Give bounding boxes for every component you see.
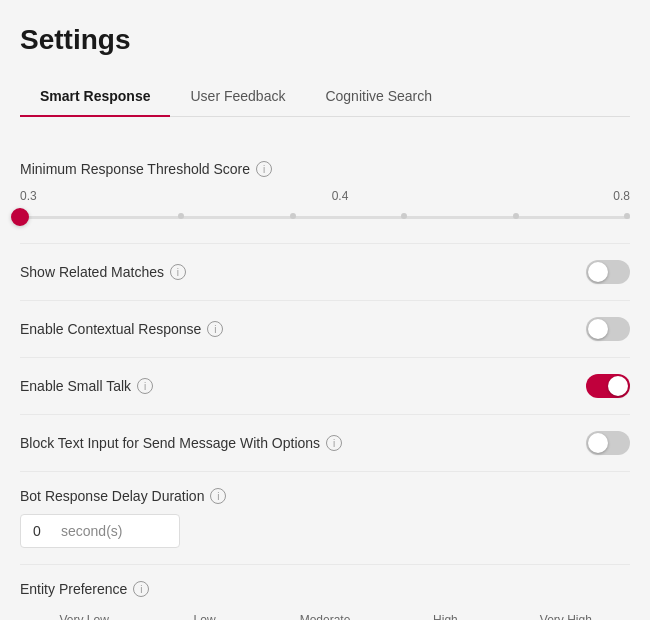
block-text-info-icon[interactable]: i — [326, 435, 342, 451]
block-text-input-label: Block Text Input for Send Message With O… — [20, 435, 342, 451]
threshold-label: Minimum Response Threshold Score i — [20, 161, 630, 177]
bot-delay-input-wrapper[interactable]: 0 second(s) — [20, 514, 180, 548]
enable-contextual-response-label: Enable Contextual Response i — [20, 321, 223, 337]
toggle-thumb — [608, 376, 628, 396]
contextual-response-info-icon[interactable]: i — [207, 321, 223, 337]
entity-label-very-high: Very High — [506, 613, 626, 620]
threshold-info-icon[interactable]: i — [256, 161, 272, 177]
enable-small-talk-label: Enable Small Talk i — [20, 378, 153, 394]
bot-delay-info-icon[interactable]: i — [210, 488, 226, 504]
entity-label-low: Low — [144, 613, 264, 620]
threshold-slider-container — [20, 207, 630, 227]
toggle-thumb — [588, 262, 608, 282]
enable-contextual-response-toggle[interactable] — [586, 317, 630, 341]
entity-slider-labels: Very Low Low Moderate High Very High — [20, 613, 630, 620]
block-text-input-row: Block Text Input for Send Message With O… — [20, 415, 630, 472]
show-related-matches-info-icon[interactable]: i — [170, 264, 186, 280]
bot-delay-label: Bot Response Delay Duration i — [20, 488, 630, 504]
show-related-matches-label: Show Related Matches i — [20, 264, 186, 280]
enable-small-talk-row: Enable Small Talk i — [20, 358, 630, 415]
toggle-thumb — [588, 433, 608, 453]
small-talk-info-icon[interactable]: i — [137, 378, 153, 394]
entity-preference-section: Entity Preference i Very Low Low Moderat… — [20, 565, 630, 620]
bot-delay-section: Bot Response Delay Duration i 0 second(s… — [20, 472, 630, 565]
block-text-input-toggle[interactable] — [586, 431, 630, 455]
entity-label-moderate: Moderate — [265, 613, 385, 620]
slider-ticks: 0.3 0.4 0.8 — [20, 189, 630, 203]
entity-label-very-low: Very Low — [24, 613, 144, 620]
page-title: Settings — [20, 24, 630, 56]
enable-small-talk-toggle[interactable] — [586, 374, 630, 398]
show-related-matches-toggle[interactable] — [586, 260, 630, 284]
threshold-slider-track — [20, 216, 630, 219]
enable-contextual-response-row: Enable Contextual Response i — [20, 301, 630, 358]
bot-delay-value: 0 — [33, 523, 53, 539]
bot-delay-unit: second(s) — [61, 523, 122, 539]
toggle-thumb — [588, 319, 608, 339]
tab-cognitive-search[interactable]: Cognitive Search — [305, 76, 452, 116]
tab-user-feedback[interactable]: User Feedback — [170, 76, 305, 116]
show-related-matches-row: Show Related Matches i — [20, 244, 630, 301]
threshold-slider-thumb[interactable] — [11, 208, 29, 226]
entity-label-high: High — [385, 613, 505, 620]
tabs-bar: Smart Response User Feedback Cognitive S… — [20, 76, 630, 117]
entity-preference-label: Entity Preference i — [20, 581, 630, 597]
settings-page: Settings Smart Response User Feedback Co… — [0, 0, 650, 620]
tab-smart-response[interactable]: Smart Response — [20, 76, 170, 116]
entity-preference-info-icon[interactable]: i — [133, 581, 149, 597]
threshold-score-section: Minimum Response Threshold Score i 0.3 0… — [20, 145, 630, 244]
